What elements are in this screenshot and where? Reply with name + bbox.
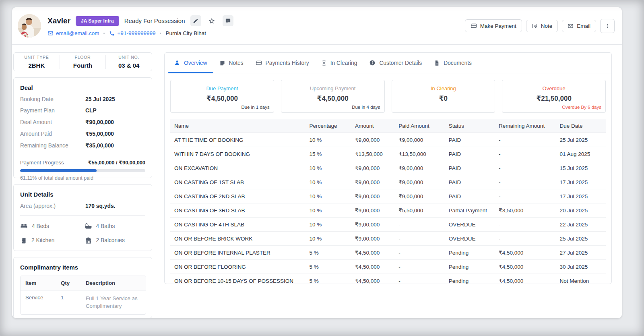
tab-notes[interactable]: Notes: [213, 53, 250, 73]
status-badge: PAID: [445, 189, 495, 203]
balconies-feature: 2 Balconies: [85, 236, 146, 244]
payment-row[interactable]: ON OR BEFORE FLOORING 5 % ₹4,50,000 - Pe…: [170, 260, 606, 274]
tab-bar: Overview Notes Payments History In Clear…: [165, 53, 611, 73]
description-header: Description: [81, 276, 146, 290]
remaining-amount-header: Remaining Amount: [495, 119, 555, 133]
progress-note: 61.11% of total deal amount paid: [20, 175, 145, 181]
payment-plan-label: Payment Plan: [20, 108, 85, 114]
payment-row[interactable]: ON CASTING OF 1ST SLAB 10 % ₹9,00,000 ₹9…: [170, 175, 606, 189]
tab-notes-label: Notes: [229, 60, 244, 66]
upcoming-payment-note: Due in 4 days: [352, 105, 380, 110]
complimentary-items-card: Complimantry Items Item Qty Description …: [13, 257, 152, 318]
possession-status: Ready For Possession: [124, 17, 185, 24]
edit-button[interactable]: [190, 15, 201, 26]
make-payment-button[interactable]: Make Payment: [465, 19, 522, 32]
person-icon: [174, 60, 180, 66]
hourglass-icon: [321, 60, 327, 66]
card-icon: [256, 60, 262, 66]
info-icon: [369, 60, 376, 66]
paid-amount-header: Paid Amount: [394, 119, 444, 133]
description-cell: Full 1 Year Service as Complimentary: [81, 290, 146, 314]
status-badge: PAID: [445, 175, 495, 189]
dot-separator: [103, 33, 105, 34]
more-actions-button[interactable]: [600, 19, 615, 33]
document-icon: [434, 60, 440, 66]
payment-row[interactable]: ON CASTING OF 4TH SLAB 10 % ₹9,00,000 - …: [170, 218, 606, 232]
deal-row: Deal Amount ₹90,00,000: [20, 119, 145, 125]
payment-summary-row: Due Payment ₹4,50,000 Due in 1 days Upco…: [170, 80, 606, 113]
in-clearing-title: In Clearing: [392, 85, 495, 91]
payment-row[interactable]: AT THE TIME OF BOOKING 10 % ₹9,00,000 ₹9…: [170, 133, 606, 147]
payment-row[interactable]: WITHIN 7 DAYS OF BOOKING 15 % ₹13,50,000…: [170, 147, 606, 161]
favorite-button[interactable]: [206, 15, 217, 26]
floor-cell: FLOOR Fourth: [60, 55, 106, 69]
payment-row[interactable]: ON OR BEFORE BRICK WORK 10 % ₹9,00,000 -…: [170, 232, 606, 246]
kitchen-icon: [20, 237, 27, 244]
unit-details-title: Unit Details: [20, 191, 145, 198]
comment-button[interactable]: [223, 15, 233, 26]
beds-label: 4 Beds: [32, 223, 49, 229]
amount-paid-label: Amount Paid: [20, 131, 85, 137]
payment-row[interactable]: ON EXCAVATION 10 % ₹9,00,000 ₹9,00,000 P…: [170, 161, 606, 175]
tab-overview-label: Overview: [184, 60, 207, 66]
payment-row[interactable]: ON OR BEFORE INTERNAL PLASTER 5 % ₹4,50,…: [170, 246, 606, 260]
beds-feature: 4 Beds: [20, 222, 81, 230]
due-payment-amount: ₹4,50,000: [171, 94, 274, 103]
progress-bar-fill: [20, 169, 97, 172]
in-clearing-card: In Clearing ₹0: [392, 80, 495, 113]
qty-header: Qty: [56, 276, 81, 290]
progress-bar-track: [20, 169, 145, 172]
pencil-icon: [193, 18, 198, 24]
note-icon: [532, 23, 538, 29]
customer-location: Purnia City Bihat: [165, 30, 206, 36]
item-cell: Service: [21, 290, 56, 314]
tab-in-clearing-label: In Clearing: [330, 60, 357, 66]
status-badge: PAID: [445, 133, 495, 147]
name-header: Name: [170, 119, 305, 133]
table-header-row: Name Percentage Amount Paid Amount Statu…: [170, 119, 606, 133]
overdue-note: Overdue By 6 days: [562, 105, 601, 110]
status-badge: PAID: [445, 147, 495, 161]
due-payment-title: Due Payment: [171, 85, 274, 91]
overdue-amount: ₹21,50,000: [502, 94, 605, 103]
deal-title: Deal: [20, 84, 145, 91]
status-badge: OVERDUE: [445, 232, 495, 246]
unit-summary-card: UNIT TYPE 2BHK FLOOR Fourth UNIT NO. 03 …: [13, 52, 152, 71]
payment-plan-value: CLP: [85, 108, 97, 114]
note-label: Note: [541, 23, 553, 29]
area-row: Area (approx.) 170 sq.yds.: [20, 203, 145, 209]
tab-documents[interactable]: Documents: [428, 53, 478, 73]
overdue-title: Overddue: [502, 85, 605, 91]
payment-row[interactable]: ON CASTING OF 3RD SLAB 10 % ₹9,00,000 ₹5…: [170, 203, 606, 218]
overdue-card: Overddue ₹21,50,000 Overdue By 6 days: [502, 80, 606, 113]
complimentary-table: Item Qty Description Service 1 Full 1 Ye…: [20, 276, 146, 315]
tab-customer-details[interactable]: Customer Details: [363, 53, 428, 73]
tab-overview[interactable]: Overview: [168, 53, 213, 73]
note-button[interactable]: Note: [526, 20, 558, 32]
item-header: Item: [21, 276, 56, 290]
customer-name: Xavier: [47, 17, 70, 25]
email-link[interactable]: email@email.com: [47, 30, 99, 36]
kitchen-label: 2 Kitchen: [31, 237, 55, 243]
phone-link[interactable]: +91-999999999: [109, 30, 155, 36]
email-text: email@email.com: [56, 30, 99, 36]
qty-cell: 1: [56, 290, 81, 314]
mail-icon: [47, 30, 54, 36]
payment-row[interactable]: ON CASTING OF 2ND SLAB 10 % ₹9,00,000 ₹9…: [170, 189, 606, 203]
tab-in-clearing[interactable]: In Clearing: [315, 53, 363, 73]
chat-icon: [225, 18, 231, 24]
unit-no-cell: UNIT NO. 03 & 04: [105, 55, 152, 69]
floor-label: FLOOR: [60, 55, 106, 60]
status-badge: Pending: [445, 260, 495, 274]
customer-detail-panel: Xavier JA Super Infra Ready For Possessi…: [12, 7, 622, 318]
kitchen-feature: 2 Kitchen: [20, 236, 81, 244]
tab-payments-history[interactable]: Payments History: [250, 53, 315, 73]
remaining-balance-value: ₹35,00,000: [85, 142, 114, 149]
booking-date-label: Booking Date: [20, 96, 85, 102]
email-button[interactable]: Email: [562, 20, 596, 32]
payment-row[interactable]: ON OR BEFORE 10-15 DAYS OF POSSESSION 5 …: [170, 274, 606, 288]
amount-paid-value: ₹55,00,000: [85, 131, 114, 137]
upcoming-payment-title: Upcoming Payment: [281, 85, 384, 91]
complimentary-row: Service 1 Full 1 Year Service as Complim…: [21, 290, 146, 314]
unit-details-card: Unit Details Area (approx.) 170 sq.yds. …: [13, 184, 152, 251]
